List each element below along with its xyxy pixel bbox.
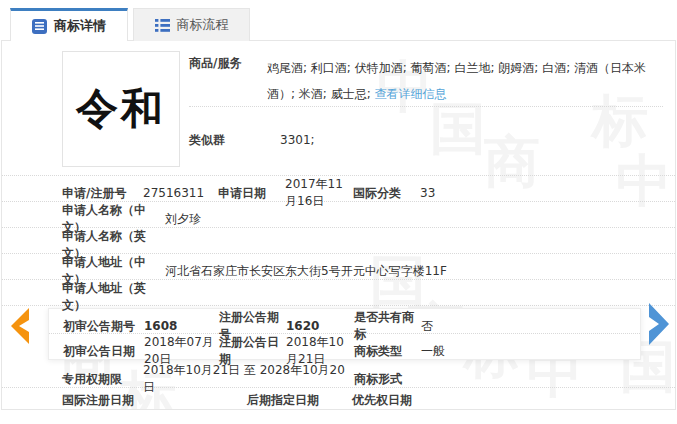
applicant-address-cn-row: 申请人地址（中文） 河北省石家庄市长安区东大街5号开元中心写字楼11F (2, 254, 675, 280)
goods-services-row: 商品/服务 鸡尾酒; 利口酒; 伏特加酒; 葡萄酒; 白兰地; 朗姆酒; 白酒;… (189, 41, 663, 107)
first-announcement-number-value: 1608 (144, 319, 219, 333)
tab-label: 商标流程 (177, 16, 229, 34)
similar-group-label: 类似群 (189, 132, 280, 149)
priority-date-label: 优先权日期 (352, 392, 663, 409)
first-announcement-number-label: 初审公告期号 (63, 318, 144, 335)
international-class-value: 33 (420, 186, 663, 200)
application-number-value: 27516311 (143, 186, 218, 200)
tab-bar: 商标详情 商标流程 (0, 0, 677, 40)
application-number-label: 申请/注册号 (62, 185, 143, 202)
tab-label: 商标详情 (54, 17, 106, 35)
tab-trademark-details[interactable]: 商标详情 (10, 8, 128, 41)
trademark-type-label: 商标类型 (354, 343, 421, 360)
application-date-label: 申请日期 (218, 185, 285, 202)
application-date-value: 2017年11月16日 (285, 176, 353, 210)
first-announcement-date-label: 初审公告日期 (63, 343, 144, 360)
shared-trademark-label: 是否共有商标 (354, 309, 421, 343)
top-section: 令和 商品/服务 鸡尾酒; 利口酒; 伏特加酒; 葡萄酒; 白兰地; 朗姆酒; … (2, 41, 675, 175)
exclusive-period-label: 专用权期限 (62, 371, 143, 388)
registration-announcement-number-value: 1620 (286, 319, 354, 333)
trademark-image: 令和 (62, 51, 180, 167)
similar-group-value: 3301; (280, 133, 315, 147)
shared-trademark-value: 否 (421, 318, 628, 335)
previous-arrow-button[interactable] (8, 307, 30, 348)
document-lines-icon (32, 19, 47, 34)
trademark-image-text: 令和 (76, 81, 166, 137)
international-dates-row: 国际注册日期 后期指定日期 优先权日期 (2, 388, 675, 410)
goods-services-text: 鸡尾酒; 利口酒; 伏特加酒; 葡萄酒; 白兰地; 朗姆酒; 白酒; 清酒（日本… (267, 61, 646, 101)
later-designation-date-label: 后期指定日期 (247, 392, 352, 409)
exclusive-period-value: 2018年10月21日 至 2028年10月20日 (143, 362, 354, 396)
announcement-date-row: 初审公告日期 2018年07月20日 注册公告日期 2018年10月21日 商标… (49, 334, 640, 359)
goods-services-label: 商品/服务 (189, 55, 267, 106)
trademark-detail-panel: 中国商标 中国商标 中商标国 令和 商品/服务 鸡尾酒; 利口酒; 伏特加酒; … (1, 40, 676, 410)
similar-group-row: 类似群 3301; (189, 107, 663, 173)
trademark-form-label: 商标形式 (354, 371, 421, 388)
application-number-row: 申请/注册号 27516311 申请日期 2017年11月16日 国际分类 33 (2, 176, 675, 202)
tab-trademark-process[interactable]: 商标流程 (133, 8, 250, 41)
applicant-address-en-label: 申请人地址（英文） (62, 280, 165, 314)
list-icon (155, 19, 170, 32)
next-arrow-button[interactable] (647, 301, 671, 350)
exclusive-period-row: 专用权期限 2018年10月21日 至 2028年10月20日 商标形式 (2, 362, 675, 388)
announcement-panel: 初审公告期号 1608 注册公告期号 1620 是否共有商标 否 初审公告日期 … (48, 308, 641, 360)
view-details-link[interactable]: 查看详细信息 (375, 87, 447, 101)
applicant-address-cn-value: 河北省石家庄市长安区东大街5号开元中心写字楼11F (165, 263, 663, 280)
applicant-name-en-row: 申请人名称（英文） (2, 228, 675, 254)
goods-services-value: 鸡尾酒; 利口酒; 伏特加酒; 葡萄酒; 白兰地; 朗姆酒; 白酒; 清酒（日本… (267, 55, 663, 106)
chevron-right-icon (647, 336, 671, 350)
applicant-name-cn-value: 刘夕珍 (165, 211, 663, 228)
international-registration-date-label: 国际注册日期 (62, 392, 247, 409)
chevron-left-icon (8, 334, 30, 348)
trademark-type-value: 一般 (421, 343, 628, 360)
international-class-label: 国际分类 (353, 185, 420, 202)
applicant-address-en-row: 申请人地址（英文） (2, 280, 675, 306)
